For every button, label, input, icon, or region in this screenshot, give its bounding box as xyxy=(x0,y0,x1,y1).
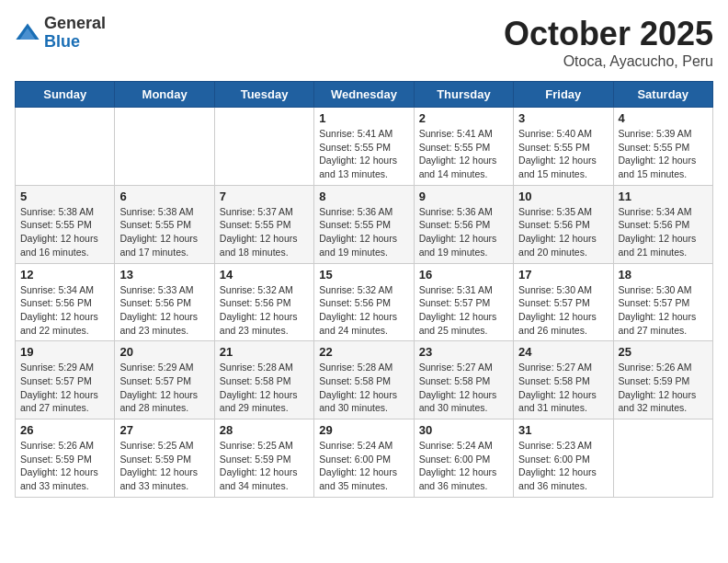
calendar-cell: 17Sunrise: 5:30 AM Sunset: 5:57 PM Dayli… xyxy=(514,263,613,341)
calendar-cell: 6Sunrise: 5:38 AM Sunset: 5:55 PM Daylig… xyxy=(115,185,214,263)
calendar-cell: 22Sunrise: 5:28 AM Sunset: 5:58 PM Dayli… xyxy=(314,341,414,419)
calendar-week-4: 19Sunrise: 5:29 AM Sunset: 5:57 PM Dayli… xyxy=(16,341,713,419)
day-number: 7 xyxy=(220,190,309,203)
logo-general-text: General xyxy=(44,14,106,32)
day-info: Sunrise: 5:33 AM Sunset: 5:56 PM Dayligh… xyxy=(119,283,209,338)
day-number: 26 xyxy=(20,423,109,437)
day-number: 6 xyxy=(119,190,209,203)
day-number: 29 xyxy=(319,423,408,437)
weekday-header-thursday: Thursday xyxy=(414,82,513,108)
page-header: General Blue October 2025 Otoca, Ayacuch… xyxy=(15,15,713,70)
day-info: Sunrise: 5:31 AM Sunset: 5:57 PM Dayligh… xyxy=(419,283,508,338)
day-number: 30 xyxy=(419,423,508,437)
calendar-cell: 13Sunrise: 5:33 AM Sunset: 5:56 PM Dayli… xyxy=(115,263,214,341)
calendar-cell: 28Sunrise: 5:25 AM Sunset: 5:59 PM Dayli… xyxy=(214,419,313,498)
day-info: Sunrise: 5:39 AM Sunset: 5:55 PM Dayligh… xyxy=(619,127,708,181)
calendar-cell xyxy=(115,108,214,186)
calendar-cell: 27Sunrise: 5:25 AM Sunset: 5:59 PM Dayli… xyxy=(115,419,214,498)
day-number: 5 xyxy=(20,190,109,203)
calendar-cell: 2Sunrise: 5:41 AM Sunset: 5:55 PM Daylig… xyxy=(414,108,513,186)
calendar-cell: 8Sunrise: 5:36 AM Sunset: 5:55 PM Daylig… xyxy=(314,185,414,263)
day-info: Sunrise: 5:41 AM Sunset: 5:55 PM Dayligh… xyxy=(319,127,408,181)
day-info: Sunrise: 5:41 AM Sunset: 5:55 PM Dayligh… xyxy=(419,127,508,181)
calendar-week-2: 5Sunrise: 5:38 AM Sunset: 5:55 PM Daylig… xyxy=(16,185,713,263)
logo-blue-text: Blue xyxy=(44,32,80,51)
calendar-cell: 30Sunrise: 5:24 AM Sunset: 6:00 PM Dayli… xyxy=(414,419,513,498)
calendar-cell: 18Sunrise: 5:30 AM Sunset: 5:57 PM Dayli… xyxy=(613,263,712,341)
calendar-cell: 14Sunrise: 5:32 AM Sunset: 5:56 PM Dayli… xyxy=(214,263,313,341)
day-number: 18 xyxy=(619,268,708,282)
day-number: 24 xyxy=(518,345,608,359)
calendar-cell: 7Sunrise: 5:37 AM Sunset: 5:55 PM Daylig… xyxy=(214,185,313,263)
calendar-cell xyxy=(16,108,115,186)
day-number: 3 xyxy=(518,111,608,125)
day-info: Sunrise: 5:26 AM Sunset: 5:59 PM Dayligh… xyxy=(20,439,109,493)
day-info: Sunrise: 5:38 AM Sunset: 5:55 PM Dayligh… xyxy=(119,205,209,259)
day-info: Sunrise: 5:27 AM Sunset: 5:58 PM Dayligh… xyxy=(419,361,508,415)
calendar-week-1: 1Sunrise: 5:41 AM Sunset: 5:55 PM Daylig… xyxy=(16,108,713,186)
logo-text: General Blue xyxy=(44,15,106,52)
calendar-cell: 4Sunrise: 5:39 AM Sunset: 5:55 PM Daylig… xyxy=(613,108,712,186)
day-number: 13 xyxy=(119,268,209,282)
calendar-header: SundayMondayTuesdayWednesdayThursdayFrid… xyxy=(16,82,713,108)
day-info: Sunrise: 5:25 AM Sunset: 5:59 PM Dayligh… xyxy=(119,439,209,493)
day-number: 1 xyxy=(319,111,408,125)
logo: General Blue xyxy=(15,15,106,52)
calendar-cell: 31Sunrise: 5:23 AM Sunset: 6:00 PM Dayli… xyxy=(514,419,613,498)
day-number: 25 xyxy=(619,345,708,359)
day-number: 10 xyxy=(518,190,608,203)
day-number: 14 xyxy=(220,268,309,282)
day-number: 12 xyxy=(20,268,109,282)
day-info: Sunrise: 5:24 AM Sunset: 6:00 PM Dayligh… xyxy=(419,439,508,493)
day-number: 9 xyxy=(419,190,508,203)
calendar-cell xyxy=(214,108,313,186)
calendar-body: 1Sunrise: 5:41 AM Sunset: 5:55 PM Daylig… xyxy=(16,108,713,498)
weekday-header-sunday: Sunday xyxy=(16,82,115,108)
calendar-cell: 21Sunrise: 5:28 AM Sunset: 5:58 PM Dayli… xyxy=(214,341,313,419)
day-info: Sunrise: 5:26 AM Sunset: 5:59 PM Dayligh… xyxy=(619,361,708,415)
day-number: 19 xyxy=(20,345,109,359)
day-info: Sunrise: 5:28 AM Sunset: 5:58 PM Dayligh… xyxy=(220,361,309,415)
day-number: 27 xyxy=(119,423,209,437)
calendar-cell: 26Sunrise: 5:26 AM Sunset: 5:59 PM Dayli… xyxy=(16,419,115,498)
title-block: October 2025 Otoca, Ayacucho, Peru xyxy=(504,15,713,70)
day-info: Sunrise: 5:27 AM Sunset: 5:58 PM Dayligh… xyxy=(518,361,608,415)
calendar-table: SundayMondayTuesdayWednesdayThursdayFrid… xyxy=(15,81,713,498)
day-info: Sunrise: 5:24 AM Sunset: 6:00 PM Dayligh… xyxy=(319,439,408,493)
day-info: Sunrise: 5:38 AM Sunset: 5:55 PM Dayligh… xyxy=(20,205,109,259)
day-number: 28 xyxy=(220,423,309,437)
day-info: Sunrise: 5:34 AM Sunset: 5:56 PM Dayligh… xyxy=(20,283,109,338)
day-info: Sunrise: 5:36 AM Sunset: 5:56 PM Dayligh… xyxy=(419,205,508,259)
calendar-cell xyxy=(613,419,712,498)
calendar-cell: 23Sunrise: 5:27 AM Sunset: 5:58 PM Dayli… xyxy=(414,341,513,419)
calendar-cell: 3Sunrise: 5:40 AM Sunset: 5:55 PM Daylig… xyxy=(514,108,613,186)
day-info: Sunrise: 5:30 AM Sunset: 5:57 PM Dayligh… xyxy=(619,283,708,338)
calendar-subtitle: Otoca, Ayacucho, Peru xyxy=(504,53,713,70)
day-number: 22 xyxy=(319,345,408,359)
calendar-cell: 5Sunrise: 5:38 AM Sunset: 5:55 PM Daylig… xyxy=(16,185,115,263)
day-info: Sunrise: 5:30 AM Sunset: 5:57 PM Dayligh… xyxy=(518,283,608,338)
day-number: 16 xyxy=(419,268,508,282)
day-info: Sunrise: 5:25 AM Sunset: 5:59 PM Dayligh… xyxy=(220,439,309,493)
weekday-header-wednesday: Wednesday xyxy=(314,82,414,108)
calendar-week-5: 26Sunrise: 5:26 AM Sunset: 5:59 PM Dayli… xyxy=(16,419,713,498)
calendar-cell: 20Sunrise: 5:29 AM Sunset: 5:57 PM Dayli… xyxy=(115,341,214,419)
calendar-cell: 25Sunrise: 5:26 AM Sunset: 5:59 PM Dayli… xyxy=(613,341,712,419)
day-info: Sunrise: 5:35 AM Sunset: 5:56 PM Dayligh… xyxy=(518,205,608,259)
day-number: 17 xyxy=(518,268,608,282)
weekday-header-monday: Monday xyxy=(115,82,214,108)
calendar-cell: 24Sunrise: 5:27 AM Sunset: 5:58 PM Dayli… xyxy=(514,341,613,419)
day-info: Sunrise: 5:28 AM Sunset: 5:58 PM Dayligh… xyxy=(319,361,408,415)
day-number: 15 xyxy=(319,268,408,282)
calendar-cell: 9Sunrise: 5:36 AM Sunset: 5:56 PM Daylig… xyxy=(414,185,513,263)
calendar-cell: 12Sunrise: 5:34 AM Sunset: 5:56 PM Dayli… xyxy=(16,263,115,341)
calendar-cell: 10Sunrise: 5:35 AM Sunset: 5:56 PM Dayli… xyxy=(514,185,613,263)
day-info: Sunrise: 5:40 AM Sunset: 5:55 PM Dayligh… xyxy=(518,127,608,181)
calendar-cell: 11Sunrise: 5:34 AM Sunset: 5:56 PM Dayli… xyxy=(613,185,712,263)
calendar-title: October 2025 xyxy=(504,15,713,53)
day-number: 31 xyxy=(518,423,608,437)
calendar-cell: 1Sunrise: 5:41 AM Sunset: 5:55 PM Daylig… xyxy=(314,108,414,186)
day-number: 23 xyxy=(419,345,508,359)
day-number: 8 xyxy=(319,190,408,203)
day-info: Sunrise: 5:37 AM Sunset: 5:55 PM Dayligh… xyxy=(220,205,309,259)
